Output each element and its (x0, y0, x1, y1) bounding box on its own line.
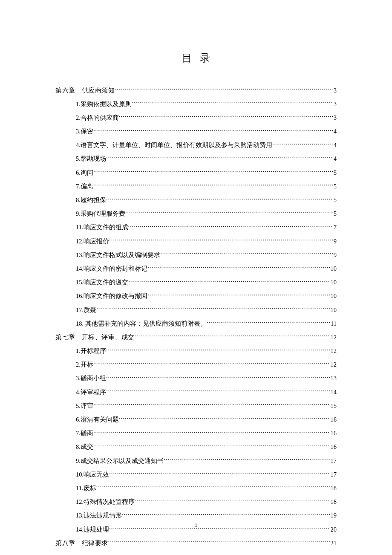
toc-chapter-prefix: 第八章 (55, 540, 75, 546)
toc-entry-label: 第六章 供应商须知 (55, 87, 115, 94)
toc-item-number: 8. (76, 443, 81, 450)
toc-entry-page: 3 (333, 87, 337, 94)
toc-leader-dots (122, 512, 329, 518)
toc-leader-dots (160, 251, 333, 257)
toc-entry: 13.响应文件格式以及编制要求9 (55, 251, 337, 258)
toc-entry: 16.响应文件的修改与撤回10 (55, 292, 337, 299)
toc-item-number: 1. (76, 347, 81, 354)
toc-item-text: 质疑 (84, 306, 96, 313)
toc-item-text: 其他需补充的内容：见供应商须知前附表。 (84, 320, 207, 327)
toc-entry: 14.响应文件的密封和标记10 (55, 264, 337, 272)
toc-item-number: 9. (76, 210, 81, 217)
toc-item-text: 评审 (81, 402, 93, 409)
toc-chapter-text: 开标、评审、成交 (82, 334, 135, 341)
toc-leader-dots (207, 319, 330, 326)
toc-item-text: 响应报价 (84, 238, 109, 245)
toc-item-text: 响应文件的递交 (84, 279, 128, 286)
toc-leader-dots (119, 416, 330, 422)
toc-entry: 1.采购依据以及原则3 (55, 100, 337, 107)
toc-entry: 第八章 纪律要求21 (55, 539, 337, 546)
toc-entry-page: 3 (333, 115, 337, 121)
toc-entry: 5.评审15 (55, 402, 337, 409)
toc-leader-dots (108, 539, 330, 545)
toc-entry-page: 18 (330, 485, 337, 491)
toc-entry: 2.开标12 (55, 361, 337, 368)
toc-chapter-prefix: 第六章 (55, 87, 75, 94)
toc-entry: 9.采购代理服务费5 (55, 210, 337, 217)
toc-item-text: 废标 (84, 485, 96, 491)
toc-item-text: 成交结果公示以及成交通知书 (81, 457, 164, 464)
toc-entry-label: 10.响应无效 (76, 471, 109, 478)
toc-entry-page: 17 (330, 471, 337, 478)
toc-item-number: 11. (76, 485, 84, 491)
toc-item-text: 响应文件的修改与撤回 (84, 292, 147, 299)
toc-leader-dots (272, 141, 333, 147)
toc-item-text: 成交 (81, 443, 93, 450)
toc-entry: 6.澄清有关问题16 (55, 416, 337, 423)
toc-item-number: 4. (76, 389, 81, 396)
toc-leader-dots (96, 484, 330, 490)
toc-item-text: 询问 (81, 169, 93, 176)
toc-title: 目录 (55, 51, 337, 65)
toc-entry-label: 3.保密 (76, 128, 93, 135)
toc-entry-label: 9.成交结果公示以及成交通知书 (76, 458, 164, 464)
toc-list: 第六章 供应商须知31.采购依据以及原则32.合格的供应商33.保密44.语言文… (55, 86, 337, 546)
toc-leader-dots (109, 470, 329, 477)
toc-entry: 3.磋商小组13 (55, 374, 337, 382)
toc-entry-label: 3.磋商小组 (76, 375, 106, 382)
toc-item-text: 违法违规情形 (84, 512, 122, 519)
toc-leader-dots (164, 457, 330, 463)
toc-item-text: 响应文件格式以及编制要求 (84, 251, 160, 258)
toc-entry-label: 13.违法违规情形 (76, 512, 122, 519)
toc-entry-page: 16 (330, 430, 337, 436)
toc-item-number: 2. (76, 114, 81, 121)
toc-entry-label: 6.澄清有关问题 (76, 416, 119, 423)
toc-item-number: 5. (76, 402, 81, 409)
toc-entry-label: 7.磋商 (76, 430, 93, 436)
toc-entry-page: 12 (330, 348, 337, 354)
toc-leader-dots (147, 292, 329, 298)
toc-entry-label: 11.废标 (76, 485, 96, 491)
toc-entry: 12.响应报价9 (55, 237, 337, 244)
toc-entry: 7.偏离5 (55, 182, 337, 189)
toc-item-number: 18. (76, 320, 84, 327)
toc-entry: 5.踏勘现场4 (55, 155, 337, 162)
toc-entry: 15.响应文件的递交10 (55, 278, 337, 286)
toc-entry-label: 5.评审 (76, 403, 93, 409)
toc-entry-label: 6.询问 (76, 170, 93, 176)
toc-entry: 第六章 供应商须知3 (55, 86, 337, 93)
toc-entry: 17.质疑10 (55, 306, 337, 313)
toc-entry: 3.保密4 (55, 127, 337, 135)
toc-entry: 6.询问5 (55, 168, 337, 176)
toc-entry-label: 4.语言文字、计量单位、时间单位、报价有效期以及参与采购活动费用 (76, 142, 272, 148)
toc-entry-label: 7.偏离 (76, 183, 93, 190)
toc-entry: 13.违法违规情形19 (55, 512, 337, 519)
toc-item-number: 10. (76, 471, 84, 478)
toc-entry-page: 14 (330, 389, 337, 396)
toc-entry-label: 2.合格的供应商 (76, 115, 119, 121)
toc-entry: 2.合格的供应商3 (55, 113, 337, 121)
toc-entry: 11.响应文件的组成7 (55, 223, 337, 231)
toc-entry-label: 12.响应报价 (76, 238, 109, 245)
toc-entry-page: 13 (330, 375, 337, 382)
toc-item-number: 13. (76, 251, 84, 258)
toc-leader-dots (93, 182, 333, 188)
toc-entry: 1.开标程序12 (55, 347, 337, 354)
toc-leader-dots (106, 196, 333, 202)
toc-entry-page: 5 (333, 170, 337, 176)
toc-item-number: 2. (76, 361, 81, 368)
toc-entry-label: 12.特殊情况处置程序 (76, 499, 135, 505)
toc-item-text: 合格的供应商 (81, 114, 119, 121)
toc-leader-dots (132, 100, 333, 106)
toc-item-number: 12. (76, 498, 84, 505)
toc-item-text: 响应文件的组成 (84, 224, 128, 231)
toc-entry: 8.履约担保5 (55, 196, 337, 203)
toc-entry-label: 1.开标程序 (76, 348, 106, 354)
toc-entry-page: 21 (330, 540, 337, 546)
toc-item-text: 开标程序 (81, 347, 106, 354)
toc-leader-dots (96, 306, 329, 312)
toc-leader-dots (128, 223, 333, 230)
toc-item-number: 3. (76, 128, 81, 135)
toc-leader-dots (119, 113, 333, 120)
toc-entry-label: 9.采购代理服务费 (76, 211, 125, 217)
